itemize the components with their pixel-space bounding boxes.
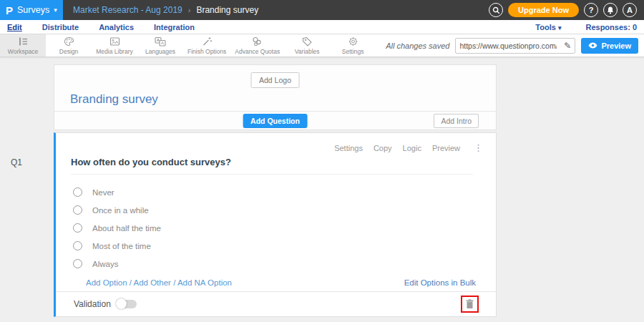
option-row: Never (73, 183, 161, 201)
link-separator: / (130, 278, 132, 287)
answer-options: Never Once in a while About half the tim… (73, 183, 161, 273)
question-index-label: Q1 (11, 157, 22, 167)
preview-label: Preview (601, 42, 631, 50)
tab-integration[interactable]: Integration (154, 23, 195, 31)
add-logo-button[interactable]: Add Logo (250, 72, 300, 88)
toggle-knob (116, 298, 127, 309)
toolbar-item-media-library[interactable]: Media Library (92, 34, 137, 57)
editor-toolbar: Workspace Design Media Library A Languag… (0, 34, 644, 57)
option-label[interactable]: Always (92, 260, 118, 268)
survey-header-footer: Add Question Add Intro (54, 111, 496, 130)
tab-edit[interactable]: Edit (7, 23, 22, 31)
palette-icon (64, 36, 74, 47)
add-option-links: Add Option / Add Other / Add NA Option (86, 278, 232, 287)
validation-toggle[interactable] (117, 300, 137, 308)
toolbar-label: Media Library (96, 48, 133, 55)
notifications-button[interactable] (603, 3, 618, 17)
breadcrumb-folder-link[interactable]: Market Research - Aug 2019 (73, 5, 182, 15)
preview-button[interactable]: Preview (581, 38, 638, 54)
option-label[interactable]: Most of the time (92, 242, 151, 250)
add-question-button[interactable]: Add Question (243, 114, 308, 128)
option-label[interactable]: About half the time (92, 224, 161, 233)
survey-url-box: ✎ (455, 38, 575, 54)
add-na-option-link[interactable]: Add NA Option (177, 278, 232, 287)
survey-title[interactable]: Branding survey (70, 92, 158, 107)
tab-analytics[interactable]: Analytics (99, 23, 134, 31)
toolbar-item-advance-quotas[interactable]: Advance Quotas (230, 34, 284, 57)
breadcrumb: Market Research - Aug 2019 › Branding su… (73, 5, 258, 15)
toolbar-item-languages[interactable]: A Languages (137, 34, 183, 57)
account-avatar[interactable]: A (623, 3, 637, 17)
option-row: Once in a while (73, 201, 161, 219)
svg-text:A: A (161, 41, 164, 45)
surveys-menu[interactable]: P Surveys ▾ (0, 0, 63, 20)
survey-url-input[interactable] (456, 42, 560, 50)
delete-question-highlight[interactable] (461, 296, 479, 313)
toolbar-label: Languages (145, 48, 175, 55)
edit-options-in-bulk-link[interactable]: Edit Options in Bulk (404, 278, 476, 287)
toolbar-label: Workspace (8, 48, 38, 55)
add-intro-button[interactable]: Add Intro (434, 114, 479, 128)
question-settings-link[interactable]: Settings (334, 144, 363, 152)
avatar-initial: A (627, 6, 633, 14)
option-row: About half the time (73, 219, 161, 237)
responses-count[interactable]: Responses: 0 (585, 23, 637, 31)
toolbar-item-design[interactable]: Design (46, 34, 92, 57)
toolbar-label: Settings (342, 48, 364, 55)
question-card: Settings Copy Logic Preview ⋮ How often … (54, 132, 497, 317)
tools-label: Tools (535, 23, 556, 31)
radio-button-icon[interactable] (73, 259, 82, 268)
toolbar-item-finish-options[interactable]: Finish Options (183, 34, 230, 57)
radio-button-icon[interactable] (73, 205, 82, 215)
question-logic-link[interactable]: Logic (403, 144, 421, 152)
toolbar-item-settings[interactable]: Settings (330, 34, 376, 57)
trash-icon (466, 299, 474, 309)
surveys-menu-label: Surveys (17, 5, 49, 15)
questionpro-logo-icon: P (6, 5, 13, 16)
toolbar-item-variables[interactable]: Variables (284, 34, 330, 57)
upgrade-now-button[interactable]: Upgrade Now (508, 3, 579, 17)
help-button[interactable]: ? (584, 3, 598, 17)
tools-menu[interactable]: Tools ▾ (535, 23, 561, 31)
radio-button-icon[interactable] (73, 223, 82, 233)
option-label[interactable]: Once in a while (92, 206, 149, 215)
breadcrumb-separator: › (188, 6, 191, 14)
nav-right: Tools ▾ Responses: 0 (535, 23, 637, 31)
toolbar-label: Advance Quotas (235, 48, 280, 55)
option-row: Always (73, 255, 161, 273)
more-options-icon[interactable]: ⋮ (474, 142, 483, 153)
add-other-link[interactable]: Add Other (134, 278, 171, 287)
tab-distribute[interactable]: Distribute (42, 23, 79, 31)
tag-icon (302, 36, 313, 47)
option-label[interactable]: Never (92, 188, 114, 197)
search-icon (492, 6, 500, 14)
chevron-down-icon: ▾ (54, 6, 57, 14)
workspace-icon (18, 36, 29, 47)
search-button[interactable] (489, 3, 503, 17)
bell-icon (607, 6, 614, 14)
radio-button-icon[interactable] (73, 187, 82, 197)
gear-icon (348, 36, 358, 47)
chevron-down-icon: ▾ (558, 24, 562, 31)
save-status: All changes saved (386, 42, 449, 50)
topbar-actions: Upgrade Now ? A (489, 3, 644, 17)
section-nav: Edit Distribute Analytics Integration To… (0, 20, 644, 34)
validation-label: Validation (74, 299, 111, 309)
links-icon (252, 36, 263, 47)
radio-button-icon[interactable] (73, 241, 82, 250)
edit-pencil-icon[interactable]: ✎ (560, 41, 575, 51)
wand-icon (202, 36, 213, 47)
toolbar-item-workspace[interactable]: Workspace (0, 34, 46, 57)
image-icon (109, 36, 120, 47)
breadcrumb-current: Branding survey (196, 5, 258, 15)
question-footer-bar: Validation (56, 291, 496, 316)
survey-header-card: Add Logo Branding survey Add Question Ad… (54, 64, 497, 130)
help-icon: ? (589, 6, 594, 14)
toolbar-label: Finish Options (187, 48, 226, 55)
add-option-link[interactable]: Add Option (86, 278, 127, 287)
question-preview-link[interactable]: Preview (432, 144, 460, 152)
question-copy-link[interactable]: Copy (374, 144, 392, 152)
option-row: Most of the time (73, 237, 161, 255)
link-separator: / (173, 278, 175, 287)
question-text-field[interactable]: How often do you conduct surveys? (71, 157, 473, 175)
